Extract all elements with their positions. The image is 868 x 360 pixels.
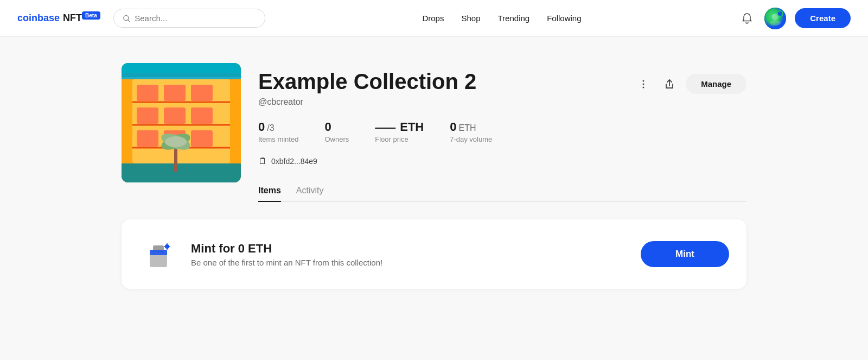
volume-eth: ETH bbox=[458, 123, 476, 133]
items-minted-sub: /3 bbox=[267, 123, 274, 133]
share-icon bbox=[664, 79, 675, 90]
more-dots-icon bbox=[638, 79, 649, 90]
floor-price-label: Floor price bbox=[375, 135, 424, 143]
contract-icon: 🗒 bbox=[258, 156, 267, 166]
notification-bell-icon[interactable] bbox=[738, 10, 756, 27]
search-bar[interactable] bbox=[113, 9, 265, 28]
nav-drops[interactable]: Drops bbox=[422, 14, 444, 23]
collection-section: Example Collection 2 @cbcreator 0/3 Item… bbox=[122, 63, 746, 202]
svg-point-30 bbox=[643, 80, 644, 81]
stat-floor-price: —— ETH Floor price bbox=[375, 120, 424, 143]
owners-label: Owners bbox=[324, 135, 349, 143]
search-icon bbox=[123, 14, 131, 23]
logo-nft-text: NFTBeta bbox=[63, 12, 100, 24]
tab-items[interactable]: Items bbox=[258, 186, 281, 202]
share-button[interactable] bbox=[660, 74, 679, 94]
beta-badge: Beta bbox=[82, 11, 100, 20]
svg-point-5 bbox=[770, 20, 781, 26]
floor-price-eth: ETH bbox=[400, 120, 424, 134]
svg-rect-28 bbox=[122, 63, 241, 73]
svg-rect-35 bbox=[150, 250, 167, 255]
nav-following[interactable]: Following bbox=[547, 14, 581, 23]
mint-text: Mint for 0 ETH Be one of the first to mi… bbox=[191, 242, 628, 267]
collection-image-art bbox=[122, 63, 241, 182]
svg-line-1 bbox=[128, 20, 130, 22]
mint-illustration bbox=[139, 235, 178, 274]
mint-subtitle: Be one of the first to mint an NFT from … bbox=[191, 258, 628, 267]
collection-image bbox=[122, 63, 241, 182]
svg-rect-27 bbox=[122, 63, 241, 182]
volume-value: 0 bbox=[450, 120, 456, 134]
mint-card: Mint for 0 ETH Be one of the first to mi… bbox=[122, 219, 746, 289]
mint-art-icon bbox=[139, 235, 178, 274]
logo[interactable]: coinbase NFTBeta bbox=[17, 12, 103, 24]
collection-title: Example Collection 2 bbox=[258, 70, 492, 94]
floor-price-dash: —— bbox=[375, 121, 394, 134]
create-button[interactable]: Create bbox=[795, 8, 851, 28]
collection-info: Example Collection 2 @cbcreator 0/3 Item… bbox=[258, 63, 746, 202]
contract-row: 🗒 0xbfd2...84e9 bbox=[258, 156, 492, 166]
svg-point-31 bbox=[643, 83, 644, 85]
mint-button[interactable]: Mint bbox=[641, 241, 729, 267]
svg-point-6 bbox=[777, 11, 783, 16]
logo-coinbase-text: coinbase bbox=[17, 12, 60, 24]
collection-actions: Manage bbox=[634, 70, 746, 94]
avatar[interactable] bbox=[764, 8, 786, 29]
nav-shop[interactable]: Shop bbox=[461, 14, 480, 23]
tab-activity[interactable]: Activity bbox=[296, 186, 324, 202]
manage-button[interactable]: Manage bbox=[686, 74, 746, 94]
mint-title: Mint for 0 ETH bbox=[191, 242, 628, 256]
more-options-button[interactable] bbox=[634, 74, 653, 94]
svg-point-32 bbox=[643, 86, 644, 88]
items-minted-label: Items minted bbox=[258, 135, 298, 143]
tabs: Items Activity bbox=[258, 186, 746, 202]
header-right: Create bbox=[738, 8, 851, 29]
owners-value: 0 bbox=[324, 120, 331, 134]
nav-trending[interactable]: Trending bbox=[498, 14, 530, 23]
contract-address: 0xbfd2...84e9 bbox=[271, 157, 317, 166]
collection-art-svg bbox=[122, 63, 241, 182]
collection-creator: @cbcreator bbox=[258, 97, 492, 107]
stat-owners: 0 Owners bbox=[324, 120, 349, 143]
main-content: Example Collection 2 @cbcreator 0/3 Item… bbox=[108, 37, 760, 306]
collection-details: Example Collection 2 @cbcreator 0/3 Item… bbox=[258, 70, 492, 166]
stat-items-minted: 0/3 Items minted bbox=[258, 120, 298, 143]
stat-volume: 0 ETH 7-day volume bbox=[450, 120, 492, 143]
search-input[interactable] bbox=[135, 14, 256, 23]
svg-rect-29 bbox=[122, 73, 241, 77]
header-left: coinbase NFTBeta bbox=[17, 9, 265, 28]
items-minted-value: 0 bbox=[258, 120, 265, 134]
header: coinbase NFTBeta Drops Shop Trending Fol… bbox=[0, 0, 868, 37]
volume-label: 7-day volume bbox=[450, 135, 492, 143]
collection-stats: 0/3 Items minted 0 Owners bbox=[258, 120, 492, 143]
header-nav: Drops Shop Trending Following bbox=[422, 14, 581, 23]
